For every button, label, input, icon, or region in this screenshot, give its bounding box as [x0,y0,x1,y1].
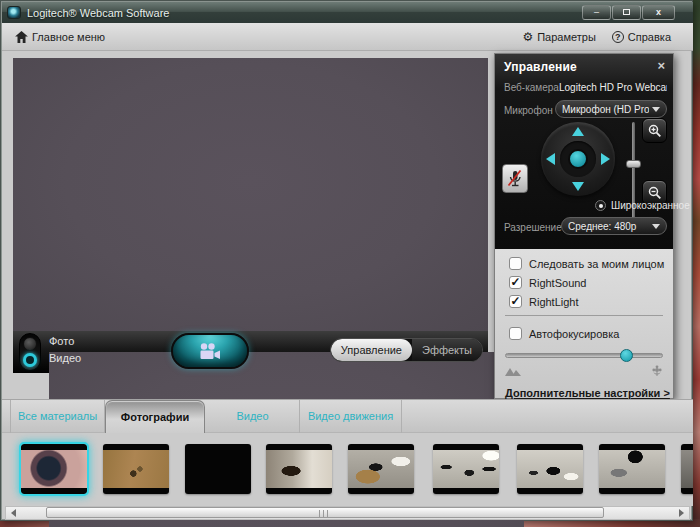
webcam-value: Logitech HD Pro Webcam C920 [559,82,667,93]
control-tab-button[interactable]: Управление [331,339,412,361]
chevron-down-icon [652,107,660,112]
thumbnail[interactable] [599,444,665,494]
thumbnail-selected[interactable] [21,444,87,494]
rightlight-label: RightLight [529,296,579,308]
widescreen-radio[interactable]: Широкоэкранное [595,200,690,211]
zoom-out-icon [648,186,662,200]
thumbnail-image [599,450,665,488]
divider [505,315,663,316]
pan-up-arrow[interactable] [572,127,584,136]
scroll-right-arrow[interactable] [679,509,684,517]
panel-light-section: Следовать за моим лицом ✓ RightSound ✓ R… [495,249,673,398]
zoom-in-icon [648,124,662,138]
microphone-label: Микрофон [504,105,553,116]
autofocus-label: Автофокусировка [529,328,619,340]
resolution-dropdown[interactable]: Среднее: 480p [561,217,667,235]
checkbox-icon [509,257,522,270]
maximize-icon [623,9,630,15]
app-icon [7,6,21,19]
scroll-left-arrow[interactable] [11,509,16,517]
focus-slider-track[interactable] [505,353,663,358]
microphone-dropdown[interactable]: Микрофон (HD Pro Webca [555,100,667,118]
landscape-focus-icon [505,365,521,376]
rightlight-checkbox[interactable]: ✓ RightLight [509,295,579,308]
screen: Logitech® Webcam Software – x Главное ме… [0,0,700,527]
help-button[interactable]: ? Справка [612,31,671,43]
photo-mode-knob[interactable] [23,337,37,351]
macro-focus-icon [651,365,663,377]
tab-photos[interactable]: Фотографии [105,400,205,434]
rightsound-checkbox[interactable]: ✓ RightSound [509,276,587,289]
scrollbar-thumb[interactable] [46,507,604,518]
thumbnail[interactable] [266,444,332,494]
thumbnail-image [185,450,251,488]
effects-tab-button[interactable]: Эффекты [412,339,482,361]
thumbnail-image [681,450,693,488]
pan-left-arrow[interactable] [546,153,555,165]
tab-motion-videos[interactable]: Видео движения [300,400,402,434]
record-capture-button[interactable] [171,333,249,369]
pan-center-button[interactable] [568,149,588,169]
microphone-dropdown-value: Микрофон (HD Pro Webca [562,104,649,115]
microphone-muted-icon [507,169,523,188]
thumbnail-partial[interactable] [681,444,693,494]
pan-down-arrow[interactable] [572,182,584,191]
help-label: Справка [628,31,671,43]
panel-close-icon[interactable]: × [657,58,665,73]
photo-video-toggle[interactable] [19,333,41,371]
radio-icon [595,200,606,211]
settings-button[interactable]: ⚙ Параметры [522,31,595,43]
mute-microphone-button[interactable] [502,164,528,193]
video-preview [13,58,488,331]
app-window: Logitech® Webcam Software – x Главное ме… [0,0,693,521]
scrollbar-grip [319,510,331,517]
checkbox-checked-icon: ✓ [509,276,522,289]
follow-face-label: Следовать за моим лицом [529,258,664,270]
home-icon [15,31,28,43]
autofocus-checkbox[interactable]: Автофокусировка [509,327,619,340]
thumbnail[interactable] [348,444,414,494]
tab-videos[interactable]: Видео [206,400,300,434]
window-title: Logitech® Webcam Software [27,7,582,19]
maximize-button[interactable] [612,5,641,20]
main-menu-label: Главное меню [32,31,105,43]
widescreen-label: Широкоэкранное [611,200,690,211]
minimize-button[interactable]: – [582,5,611,20]
help-icon: ? [612,31,624,43]
zoom-in-button[interactable] [642,118,667,143]
panel-title: Управление [504,60,577,74]
resolution-label: Разрешение [504,222,562,233]
thumbnail[interactable] [185,444,251,494]
pan-right-arrow[interactable] [601,153,610,165]
video-mode-knob-selected[interactable] [23,353,37,367]
thumbnail-image [433,450,499,488]
thumbnail[interactable] [517,444,583,494]
thumbnail[interactable] [433,444,499,494]
main-menu-button[interactable]: Главное меню [15,31,105,43]
thumbnail[interactable] [103,444,169,494]
menu-bar: Главное меню ⚙ Параметры ? Справка [2,23,693,51]
thumbnail-image [348,450,414,488]
player-control-bar: Фото Видео Управление Эффекты [13,331,488,373]
chevron-down-icon [652,224,660,229]
pan-tilt-control [541,122,615,196]
control-effects-segmented: Управление Эффекты [330,338,483,362]
thumbnail-image [21,450,87,488]
thumbnail-image [103,450,169,488]
webcam-label: Веб-камера [504,82,559,93]
follow-face-checkbox[interactable]: Следовать за моим лицом [509,257,664,270]
control-panel: Управление × Веб-камера Logitech HD Pro … [494,53,674,399]
thumbnail-image [266,450,332,488]
focus-slider-handle[interactable] [620,349,633,362]
resolution-dropdown-value: Среднее: 480p [568,221,649,232]
tab-all-materials[interactable]: Все материалы [10,400,105,434]
zoom-slider-handle[interactable] [626,160,641,168]
photo-mode-label[interactable]: Фото [49,335,74,347]
close-button[interactable]: x [642,5,675,20]
gallery-tab-bar: Все материалы Фотографии Видео Видео дви… [2,399,693,433]
advanced-settings-link[interactable]: Дополнительные настройки > [505,387,670,399]
focus-range-icons [505,365,663,377]
horizontal-scrollbar[interactable] [5,506,690,520]
title-bar: Logitech® Webcam Software – x [2,2,693,23]
video-camera-icon [198,343,222,360]
